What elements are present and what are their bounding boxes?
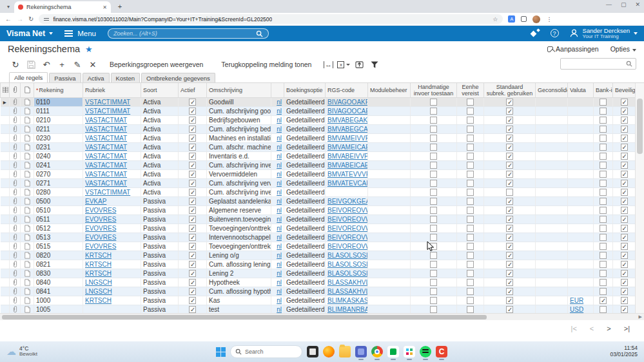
language-link[interactable]: nl xyxy=(277,198,282,205)
row-notes-cell[interactable] xyxy=(21,224,34,233)
checkbox[interactable] xyxy=(600,252,607,259)
cell-omschrijving[interactable]: Cum. afschrijving goodwill xyxy=(207,107,271,116)
cell-beveiligd[interactable] xyxy=(613,233,636,242)
cell-language[interactable]: nl xyxy=(271,296,284,305)
paperclip-icon[interactable] xyxy=(13,117,17,124)
taskbar-clock[interactable]: 11:54 03/01/2025 xyxy=(610,345,638,358)
table-row[interactable]: 0210VASTACTMATActivaBedrijfsgebouwennlGe… xyxy=(1,116,636,125)
checkbox[interactable] xyxy=(621,198,628,205)
prev-page-button[interactable]: < xyxy=(590,325,594,332)
cell-eenheid-vereist[interactable] xyxy=(457,224,484,233)
cell-standaard-subrek[interactable] xyxy=(484,287,536,296)
row-files-cell[interactable] xyxy=(10,179,21,188)
checkbox[interactable] xyxy=(430,297,437,304)
cell-handmatige-invoer[interactable] xyxy=(411,107,457,116)
cell-beveiligd[interactable] xyxy=(613,188,636,197)
row-notes-cell[interactable] xyxy=(21,98,34,107)
checkbox[interactable] xyxy=(506,153,513,160)
row-selector[interactable] xyxy=(1,269,10,278)
language-link[interactable]: nl xyxy=(277,99,282,106)
note-icon[interactable] xyxy=(24,99,30,106)
note-icon[interactable] xyxy=(24,153,30,160)
rubriek-link[interactable]: VASTACTMAT xyxy=(85,126,127,133)
cell-language[interactable]: nl xyxy=(271,188,284,197)
cell-standaard-subrek[interactable] xyxy=(484,170,536,179)
column-header-valuta[interactable]: Valuta xyxy=(568,83,594,98)
row-notes-cell[interactable] xyxy=(21,107,34,116)
cell-geconsolideerd[interactable] xyxy=(536,161,568,170)
cell-valuta[interactable] xyxy=(568,161,594,170)
cell-language[interactable]: nl xyxy=(271,206,284,215)
row-files-cell[interactable] xyxy=(10,296,21,305)
cell-geconsolideerd[interactable] xyxy=(536,197,568,206)
cell-language[interactable]: nl xyxy=(271,152,284,161)
address-bar[interactable]: finance.visma.net/1030011002/Main?Compan… xyxy=(39,14,503,24)
cell-geconsolideerd[interactable] xyxy=(536,125,568,134)
cell-boekingsoptie[interactable]: Gedetailleerd xyxy=(284,98,326,107)
table-row[interactable]: 0513EVOVRESPassivaIntervennootschappelij… xyxy=(1,233,636,242)
rubriek-link[interactable]: VASTACTMAT xyxy=(85,144,127,151)
cell-geconsolideerd[interactable] xyxy=(536,233,568,242)
cell-language[interactable]: nl xyxy=(271,161,284,170)
row-files-cell[interactable] xyxy=(10,215,21,224)
table-row[interactable]: 0271VASTACTMATActivaCum. afschrijving ve… xyxy=(1,179,636,188)
cell-actief[interactable] xyxy=(179,98,207,107)
file-explorer-icon[interactable] xyxy=(339,346,351,357)
cell-rekening[interactable]: 0211 xyxy=(34,125,83,134)
checkbox[interactable] xyxy=(621,288,628,295)
note-icon[interactable] xyxy=(24,171,30,178)
cell-soort[interactable]: Passiva xyxy=(141,215,179,224)
cell-boekingsoptie[interactable]: Gedetailleerd xyxy=(284,251,326,260)
cell-rekening[interactable]: 0210 xyxy=(34,116,83,125)
cell-actief[interactable] xyxy=(179,215,207,224)
rubriek-link[interactable]: VASTACTMAT xyxy=(85,117,127,124)
cell-soort[interactable]: Passiva xyxy=(141,197,179,206)
export-excel-button[interactable]: x xyxy=(336,58,351,71)
row-notes-cell[interactable] xyxy=(21,287,34,296)
cell-rgs-code[interactable]: BMVABEIVVP xyxy=(326,152,368,161)
checkbox[interactable] xyxy=(621,153,628,160)
checkbox[interactable] xyxy=(600,144,607,151)
cell-valuta[interactable] xyxy=(568,98,594,107)
cell-language[interactable]: nl xyxy=(271,242,284,251)
table-row[interactable]: 0231VASTACTMATActivaCum. afschr. machine… xyxy=(1,143,636,152)
tab-ontbrekende-gegevens[interactable]: Ontbrekende gegevens xyxy=(141,73,215,82)
rgs-code-link[interactable]: BMVABEGAKP xyxy=(327,117,368,124)
row-files-cell[interactable] xyxy=(10,260,21,269)
horizontal-scrollbar[interactable]: ▶ xyxy=(0,313,644,320)
site-settings-icon[interactable] xyxy=(44,18,49,21)
checkbox[interactable] xyxy=(189,216,196,223)
cell-geconsolideerd[interactable] xyxy=(536,107,568,116)
row-selector[interactable] xyxy=(1,152,10,161)
cell-soort[interactable]: Activa xyxy=(141,143,179,152)
cell-geconsolideerd[interactable] xyxy=(536,143,568,152)
row-files-cell[interactable] xyxy=(10,170,21,179)
cell-eenheid-vereist[interactable] xyxy=(457,206,484,215)
cell-valuta[interactable] xyxy=(568,107,594,116)
cell-language[interactable]: nl xyxy=(271,170,284,179)
checkbox[interactable] xyxy=(430,126,437,133)
customizations-button[interactable]: Aanpassingen xyxy=(547,45,599,53)
teams-icon[interactable] xyxy=(355,346,367,357)
checkbox[interactable] xyxy=(621,108,628,115)
cell-valuta[interactable] xyxy=(568,215,594,224)
checkbox[interactable] xyxy=(600,261,607,268)
checkbox[interactable] xyxy=(430,135,437,142)
row-selector[interactable]: ▸ xyxy=(1,98,10,107)
row-notes-cell[interactable] xyxy=(21,125,34,134)
paperclip-icon[interactable] xyxy=(13,108,17,115)
cell-rekening[interactable]: 0231 xyxy=(34,143,83,152)
column-header-boekingsoptie[interactable]: Boekingsoptie xyxy=(284,83,326,98)
cell-eenheid-vereist[interactable] xyxy=(457,242,484,251)
cell-rekening[interactable]: 0513 xyxy=(34,233,83,242)
cell-boekingsoptie[interactable]: Gedetailleerd xyxy=(284,206,326,215)
checkbox[interactable] xyxy=(467,189,474,196)
cell-boekingsoptie[interactable]: Gedetailleerd xyxy=(284,287,326,296)
cell-bank[interactable] xyxy=(594,206,613,215)
row-notes-cell[interactable] xyxy=(21,206,34,215)
checkbox[interactable] xyxy=(430,108,437,115)
extensions-icon[interactable] xyxy=(521,16,527,22)
help-icon[interactable]: ? xyxy=(551,29,559,37)
language-link[interactable]: nl xyxy=(277,306,282,313)
undo-button[interactable]: ↶ xyxy=(39,58,54,71)
